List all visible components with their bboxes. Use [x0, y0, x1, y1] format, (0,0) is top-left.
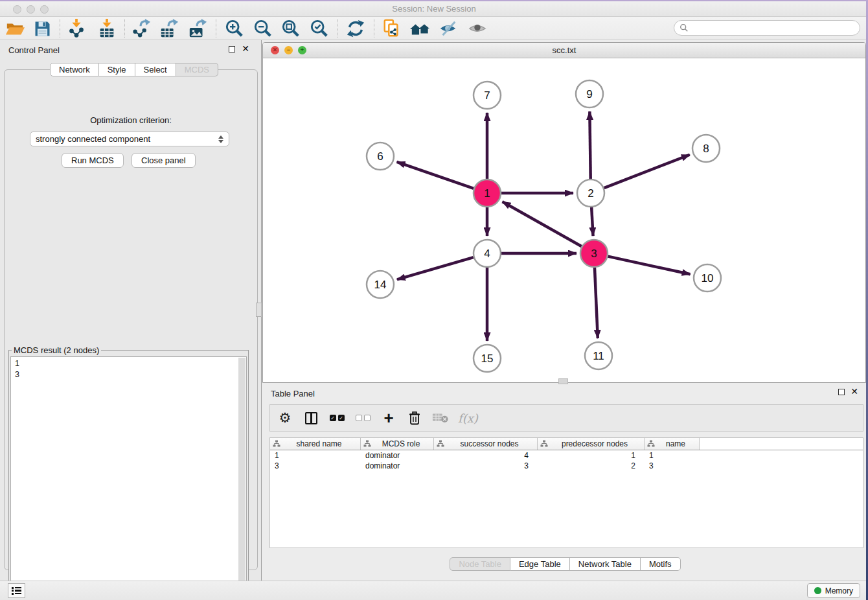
search-box[interactable] — [674, 20, 860, 36]
column-header-successor-nodes[interactable]: successor nodes — [434, 438, 538, 450]
hierarchy-icon — [647, 440, 655, 448]
svg-text:2: 2 — [588, 187, 593, 200]
svg-text:3: 3 — [591, 248, 597, 260]
edge-1-6[interactable] — [397, 162, 474, 189]
first-neighbors-button[interactable] — [409, 18, 431, 39]
zoom-out-button[interactable] — [252, 18, 274, 39]
table-row[interactable]: 1dominator411 — [270, 450, 863, 461]
table-close-panel-icon[interactable]: ✕ — [851, 387, 858, 396]
svg-text:9: 9 — [586, 88, 592, 100]
table-cell[interactable]: 3 — [645, 461, 700, 471]
network-canvas[interactable]: 7968124314101511 — [263, 58, 865, 383]
export-network-button[interactable] — [130, 18, 152, 39]
import-network-button[interactable] — [65, 18, 87, 39]
tab-motifs[interactable]: Motifs — [641, 557, 681, 571]
column-view-button[interactable] — [303, 408, 319, 428]
result-scrollbar[interactable] — [238, 358, 246, 587]
workspace-area: ✕ − + scc.txt 7968124314101511 Table Pan… — [262, 40, 868, 581]
new-network-from-selection-button[interactable] — [381, 18, 403, 39]
save-session-button[interactable] — [31, 18, 53, 39]
table-cell[interactable]: 4 — [434, 450, 538, 461]
node-2[interactable]: 2 — [577, 179, 604, 207]
search-input[interactable] — [692, 23, 854, 33]
float-panel-icon[interactable] — [229, 46, 235, 52]
table-body: 1dominator4113dominator323 — [270, 450, 863, 471]
export-table-button[interactable] — [158, 18, 180, 39]
table-cell[interactable]: 1 — [538, 450, 645, 461]
save-floppy-icon — [34, 20, 51, 38]
export-image-button[interactable] — [187, 18, 209, 39]
column-header-MCDS-role[interactable]: MCDS role — [361, 438, 434, 450]
zoom-in-button[interactable] — [223, 18, 246, 39]
memory-button[interactable]: Memory — [807, 583, 860, 598]
node-4[interactable]: 4 — [474, 240, 501, 267]
node-7[interactable]: 7 — [474, 82, 501, 109]
add-column-button[interactable]: + — [380, 408, 397, 428]
edge-2-8[interactable] — [604, 155, 690, 188]
tab-mcds[interactable]: MCDS — [176, 63, 218, 76]
node-9[interactable]: 9 — [576, 80, 603, 108]
edge-3-10[interactable] — [608, 257, 690, 275]
hide-selected-button[interactable] — [437, 18, 459, 39]
edge-2-3[interactable] — [591, 207, 593, 236]
close-panel-icon[interactable]: ✕ — [242, 44, 249, 53]
edge-3-1[interactable] — [503, 202, 582, 246]
column-header-shared-name[interactable]: shared name — [270, 438, 361, 450]
network-window-titlebar[interactable]: ✕ − + scc.txt — [263, 43, 865, 58]
svg-text:15: 15 — [481, 352, 494, 365]
node-14[interactable]: 14 — [367, 271, 394, 298]
zoom-selected-button[interactable] — [308, 18, 330, 39]
table-cell[interactable]: 1 — [645, 450, 700, 461]
node-11[interactable]: 11 — [585, 342, 612, 369]
table-cell[interactable]: 3 — [434, 461, 538, 471]
node-3[interactable]: 3 — [580, 240, 608, 267]
open-session-button[interactable] — [4, 18, 26, 39]
table-cell[interactable]: 2 — [538, 461, 645, 471]
control-panel: Control Panel ✕ NetworkStyleSelectMCDS O… — [0, 40, 262, 581]
tab-network[interactable]: Network — [50, 63, 99, 76]
mcds-result-list[interactable]: 13 — [10, 356, 247, 588]
delete-column-button[interactable] — [406, 408, 423, 428]
column-header-name[interactable]: name — [645, 438, 700, 450]
tab-style[interactable]: Style — [99, 63, 135, 76]
node-1[interactable]: 1 — [474, 179, 501, 207]
node-15[interactable]: 15 — [474, 345, 501, 372]
hierarchy-icon — [540, 440, 548, 448]
eye-slash-icon — [439, 19, 458, 38]
edge-2-9[interactable] — [589, 111, 590, 179]
mcds-panel: Optimization criterion: strongly connect… — [4, 69, 258, 570]
edge-4-14[interactable] — [397, 257, 474, 279]
list-icon — [12, 587, 21, 595]
table-settings-button[interactable]: ⚙ — [277, 408, 293, 428]
table-cell[interactable]: dominator — [361, 461, 434, 471]
function-builder-button[interactable]: f(x) — [458, 408, 478, 428]
tab-network-table[interactable]: Network Table — [570, 557, 641, 571]
node-6[interactable]: 6 — [367, 143, 394, 170]
deselect-all-columns-button[interactable] — [354, 408, 371, 428]
task-history-button[interactable] — [8, 583, 25, 598]
table-row[interactable]: 3dominator323 — [270, 461, 863, 471]
horizontal-splitter-handle[interactable] — [558, 378, 568, 384]
vertical-splitter-handle[interactable] — [256, 303, 262, 317]
tab-node-table[interactable]: Node Table — [450, 557, 510, 571]
delete-table-button[interactable] — [432, 408, 449, 428]
table-float-panel-icon[interactable] — [838, 389, 845, 395]
criterion-select[interactable]: strongly connected component — [30, 132, 229, 146]
refresh-view-button[interactable] — [345, 18, 367, 39]
table-cell[interactable]: 1 — [270, 450, 361, 461]
edge-3-11[interactable] — [595, 268, 598, 338]
tab-edge-table[interactable]: Edge Table — [510, 557, 570, 571]
run-mcds-button[interactable]: Run MCDS — [62, 153, 124, 168]
tab-select[interactable]: Select — [135, 63, 176, 76]
window-titlebar[interactable]: Session: New Session — [0, 0, 868, 17]
close-panel-button[interactable]: Close panel — [131, 153, 196, 168]
show-all-button[interactable] — [466, 18, 488, 39]
column-header-predecessor-nodes[interactable]: predecessor nodes — [538, 438, 645, 450]
import-table-button[interactable] — [96, 18, 118, 39]
select-all-columns-button[interactable]: ✓✓ — [328, 408, 345, 428]
node-8[interactable]: 8 — [692, 135, 720, 162]
table-cell[interactable]: dominator — [361, 450, 434, 461]
zoom-fit-button[interactable] — [280, 18, 302, 39]
table-cell[interactable]: 3 — [270, 461, 361, 471]
node-10[interactable]: 10 — [694, 264, 721, 292]
